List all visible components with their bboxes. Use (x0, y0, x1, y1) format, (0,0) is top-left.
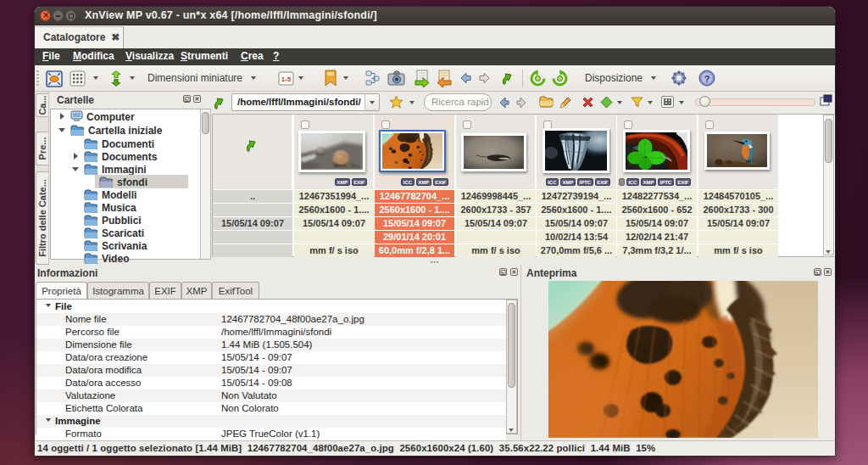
svg-text:?: ? (704, 74, 710, 84)
svg-text:1-5: 1-5 (281, 76, 292, 83)
